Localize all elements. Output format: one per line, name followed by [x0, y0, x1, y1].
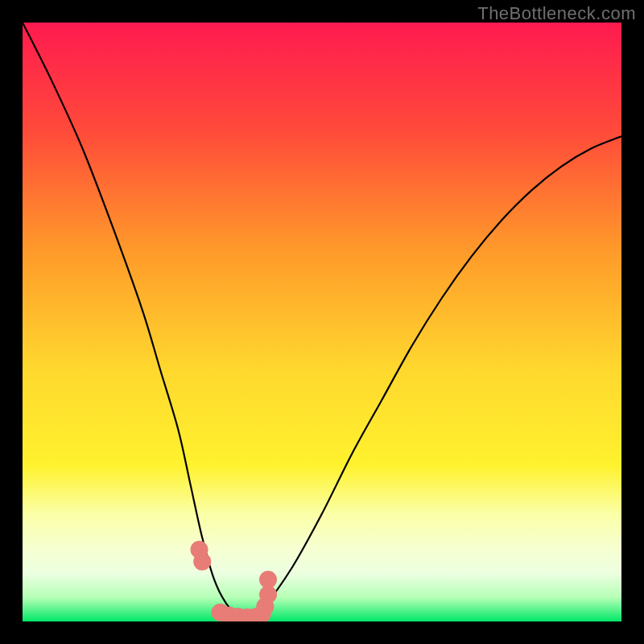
highlight-point — [193, 553, 211, 571]
chart-frame: TheBottleneck.com — [0, 0, 644, 644]
highlight-point — [259, 571, 277, 588]
plot-area — [23, 23, 621, 621]
chart-svg — [23, 23, 621, 621]
gradient-bg — [23, 23, 621, 621]
watermark-text: TheBottleneck.com — [477, 3, 636, 24]
